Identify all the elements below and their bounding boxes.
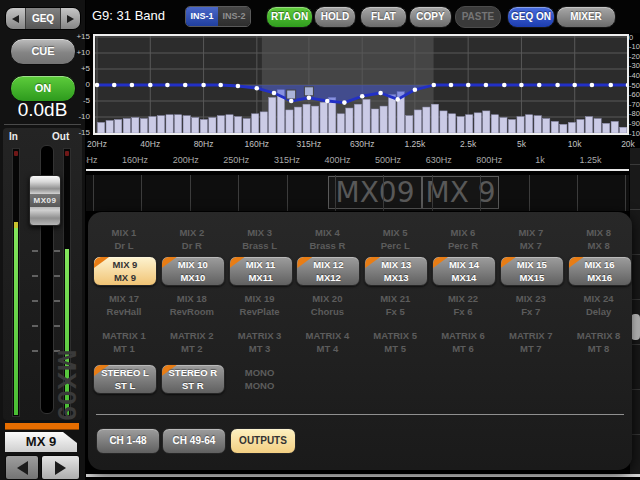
channel-label-mix-3: MIX 3Brass L [229, 226, 291, 252]
fader-knob[interactable]: MX09 [29, 175, 61, 226]
prev-channel-button[interactable] [5, 455, 39, 480]
rta-bar [294, 107, 301, 133]
geq-band-handle[interactable] [307, 96, 312, 101]
topbar-button-rta-on[interactable]: RTA ON [266, 6, 313, 28]
geq-band-handle[interactable] [572, 83, 577, 88]
geq-band-handle[interactable] [449, 83, 454, 88]
rta-bar [457, 117, 464, 133]
geq-band-handle[interactable] [289, 99, 294, 104]
geq-band-handle[interactable] [148, 83, 153, 88]
fader-scale-tick [54, 250, 60, 252]
left-axis-tick: -10 [64, 112, 90, 121]
strip-divider [630, 209, 640, 210]
topbar-button-copy[interactable]: COPY [409, 6, 452, 28]
tab-ch-49-64[interactable]: CH 49-64 [162, 428, 226, 454]
geq-band-handle[interactable] [484, 83, 489, 88]
channel-watermark: MX09 [51, 341, 82, 431]
right-axis-tick: -60 [629, 90, 640, 99]
band-strip-label: 250Hz [214, 155, 258, 165]
topbar-button-paste[interactable]: PASTE [455, 6, 501, 28]
rta-bar [568, 122, 575, 133]
geq-band-handle[interactable] [413, 88, 418, 93]
strip-divider [630, 164, 640, 165]
right-axis-tick: -30 [629, 61, 640, 70]
geq-band-handle[interactable] [325, 99, 330, 104]
rta-bar [175, 115, 182, 133]
name-row-divider [480, 175, 481, 211]
rta-bar [500, 118, 507, 133]
geq-band-handle[interactable] [272, 91, 277, 96]
geq-prev-button[interactable] [6, 8, 25, 29]
channel-button-mix-14[interactable]: MIX 14MX14 [432, 256, 496, 286]
channel-button-mix-11[interactable]: MIX 11MX11 [229, 256, 293, 286]
geq-band-handle[interactable] [165, 83, 170, 88]
geq-band-handle[interactable] [378, 91, 383, 96]
channel-button-mix-10[interactable]: MIX 10MX10 [161, 256, 225, 286]
name-row-divider [335, 175, 336, 211]
geq-band-handle[interactable] [519, 83, 524, 88]
channel-button-mix-16[interactable]: MIX 16MX16 [568, 256, 632, 286]
freq-axis-label: 630Hz [340, 139, 384, 149]
geq-band-handle[interactable] [555, 83, 560, 88]
geq-band-handle[interactable] [537, 83, 542, 88]
right-axis-tick: -90 [629, 119, 640, 128]
rta-bar [123, 119, 130, 133]
right-arrow-icon [55, 461, 66, 475]
geq-band-handle[interactable] [502, 83, 507, 88]
topbar-button-flat[interactable]: FLAT [360, 6, 407, 28]
geq-band-fader-handle[interactable] [287, 90, 296, 99]
channel-button-mix-9[interactable]: MIX 9MX 9 [93, 256, 157, 286]
channel-label-matrix-8: MATRIX 8MT 8 [568, 329, 630, 355]
freq-axis-label: 2.5k [446, 139, 490, 149]
channel-label-mix-23: MIX 23Fx 7 [500, 292, 562, 318]
geq-band-handle[interactable] [236, 84, 241, 89]
bottom-divider [85, 474, 640, 477]
tab-ins-1[interactable]: INS-1 [186, 7, 218, 26]
topbar-button-mixer[interactable]: MIXER [556, 6, 616, 28]
rta-bar [157, 116, 164, 133]
tab-ch-1-48[interactable]: CH 1-48 [96, 428, 160, 454]
band-strip-label: 200Hz [164, 155, 208, 165]
geq-band-handle[interactable] [342, 100, 347, 105]
fader-scale-tick [32, 275, 38, 277]
rta-bar [234, 117, 241, 133]
topbar-button-hold[interactable]: HOLD [314, 6, 356, 28]
next-channel-button[interactable] [41, 455, 80, 480]
geq-band-handle[interactable] [590, 83, 595, 88]
geq-graph [93, 34, 629, 135]
channel-select-popup: MIX 1Dr LMIX 2Dr RMIX 3Brass LMIX 4Brass… [88, 212, 632, 470]
geq-band-handle[interactable] [218, 83, 223, 88]
geq-next-button[interactable] [61, 8, 80, 29]
scrollbar-handle[interactable] [631, 314, 640, 340]
channel-label-matrix-5: MATRIX 5MT 5 [364, 329, 426, 355]
geq-band-fader-handle[interactable] [304, 87, 313, 96]
channel-button-stereo-l[interactable]: STEREO LST L [93, 364, 157, 394]
rta-bar [620, 127, 627, 133]
geq-band-handle[interactable] [360, 94, 365, 99]
tab-outputs[interactable]: OUTPUTS [230, 428, 296, 454]
channel-label-mix-21: MIX 21Fx 5 [364, 292, 426, 318]
geq-band-handle[interactable] [183, 83, 188, 88]
geq-band-handle[interactable] [201, 83, 206, 88]
rta-bar [594, 119, 601, 133]
geq-band-handle[interactable] [95, 83, 100, 88]
channel-button-mix-12[interactable]: MIX 12MX12 [296, 256, 360, 286]
channel-button-mix-13[interactable]: MIX 13MX13 [364, 256, 428, 286]
rta-bar [543, 119, 550, 133]
channel-button-mix-15[interactable]: MIX 15MX15 [500, 256, 564, 286]
geq-band-handle[interactable] [130, 83, 135, 88]
tab-ins-2[interactable]: INS-2 [218, 7, 250, 26]
geq-band-handle[interactable] [255, 86, 260, 91]
geq-band-handle[interactable] [609, 83, 614, 88]
left-arrow-icon [12, 15, 19, 23]
rta-bar [380, 106, 387, 133]
geq-band-handle[interactable] [112, 83, 117, 88]
channel-button-stereo-r[interactable]: STEREO RST R [161, 364, 225, 394]
stagemix-geq-screen: G9: 31 Band INS-1INS-2 RTA ONHOLDFLATCOP… [0, 0, 640, 480]
rta-bar [534, 116, 541, 133]
topbar-button-geq-on[interactable]: GEQ ON [507, 6, 555, 28]
in-meter-label: In [9, 131, 18, 142]
geq-band-handle[interactable] [466, 83, 471, 88]
geq-band-handle[interactable] [395, 97, 400, 102]
geq-band-handle[interactable] [432, 83, 437, 88]
